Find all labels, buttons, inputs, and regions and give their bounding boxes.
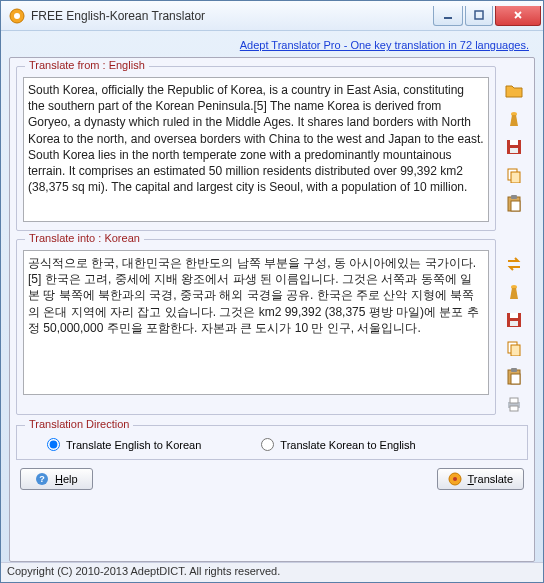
target-group-wrap: Translate into : Korean: [16, 239, 528, 415]
swap-icon[interactable]: [503, 253, 525, 275]
promo-link[interactable]: Adept Translator Pro - One key translati…: [240, 39, 529, 51]
titlebar: FREE English-Korean Translator: [1, 1, 543, 31]
svg-rect-1: [444, 17, 452, 19]
close-button[interactable]: [495, 6, 541, 26]
open-file-icon[interactable]: [503, 80, 525, 102]
svg-text:?: ?: [39, 474, 45, 484]
translate-button-label: Translate: [468, 473, 513, 485]
radio-en-to-ko-label: Translate English to Korean: [66, 439, 201, 451]
svg-rect-5: [510, 140, 518, 145]
svg-rect-8: [511, 172, 520, 183]
client-area: Adept Translator Pro - One key translati…: [1, 31, 543, 562]
source-group-wrap: Translate from : English: [16, 66, 528, 231]
direction-label: Translation Direction: [25, 418, 133, 430]
clear-target-icon[interactable]: [503, 281, 525, 303]
paste-icon[interactable]: [503, 192, 525, 214]
maximize-button[interactable]: [465, 6, 493, 26]
svg-rect-20: [511, 374, 520, 384]
bottom-row: ? Help Translate: [16, 460, 528, 496]
paste-target-icon[interactable]: [503, 365, 525, 387]
save-target-icon[interactable]: [503, 309, 525, 331]
save-icon[interactable]: [503, 136, 525, 158]
svg-rect-14: [510, 313, 518, 318]
source-group: Translate from : English: [16, 66, 496, 231]
copy-target-icon[interactable]: [503, 337, 525, 359]
target-group: Translate into : Korean: [16, 239, 496, 415]
target-textarea[interactable]: [23, 250, 489, 395]
copy-icon[interactable]: [503, 164, 525, 186]
svg-rect-22: [510, 398, 518, 403]
print-icon[interactable]: [503, 393, 525, 415]
source-textarea[interactable]: [23, 77, 489, 222]
svg-rect-2: [475, 11, 483, 19]
main-panel: Translate from : English Translate into …: [9, 57, 535, 562]
help-button-label: Help: [55, 473, 78, 485]
help-button[interactable]: ? Help: [20, 468, 93, 490]
statusbar: Copyright (C) 2010-2013 AdeptDICT. All r…: [1, 562, 543, 582]
radio-en-to-ko[interactable]: Translate English to Korean: [47, 438, 201, 451]
svg-rect-19: [511, 368, 517, 372]
source-toolbar: [500, 66, 528, 231]
window-buttons: [433, 6, 543, 26]
target-label: Translate into : Korean: [25, 232, 144, 244]
translate-button[interactable]: Translate: [437, 468, 524, 490]
app-window: FREE English-Korean Translator Adept Tra…: [0, 0, 544, 583]
radio-ko-to-en-label: Translate Korean to English: [280, 439, 415, 451]
svg-rect-17: [511, 345, 520, 356]
source-label: Translate from : English: [25, 59, 149, 71]
svg-rect-10: [511, 195, 517, 199]
translate-icon: [448, 472, 462, 486]
direction-group: Translation Direction Translate English …: [16, 425, 528, 460]
minimize-button[interactable]: [433, 6, 463, 26]
svg-rect-15: [510, 321, 518, 326]
svg-rect-23: [510, 406, 518, 411]
svg-rect-11: [511, 201, 520, 211]
svg-rect-6: [510, 148, 518, 153]
app-icon: [9, 8, 25, 24]
help-icon: ?: [35, 472, 49, 486]
clear-icon[interactable]: [503, 108, 525, 130]
radio-ko-to-en[interactable]: Translate Korean to English: [261, 438, 415, 451]
radio-ko-to-en-input[interactable]: [261, 438, 274, 451]
target-toolbar: [500, 239, 528, 415]
radio-en-to-ko-input[interactable]: [47, 438, 60, 451]
svg-point-27: [453, 477, 457, 481]
promo-link-row: Adept Translator Pro - One key translati…: [9, 37, 535, 57]
window-title: FREE English-Korean Translator: [31, 9, 205, 23]
